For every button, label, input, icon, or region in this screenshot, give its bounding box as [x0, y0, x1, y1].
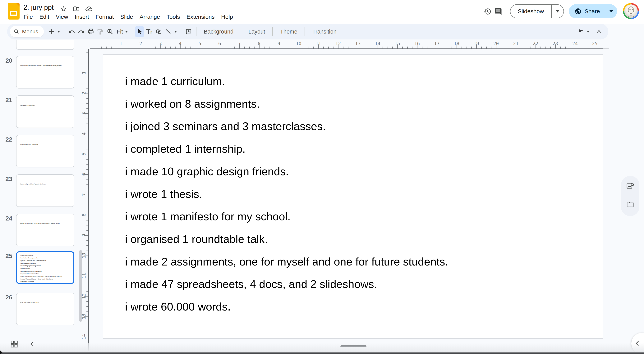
transition-button[interactable]: Transition [308, 28, 341, 35]
theme-button[interactable]: Theme [276, 28, 302, 35]
slide-thumbnail[interactable]: i shaped my education. [16, 95, 74, 128]
ruler-tick [84, 174, 88, 175]
slide-thumbnail[interactable]: now, i will show you my folder. [16, 293, 74, 325]
thumbnail-mini-lines: i made 1 curriculum.i worked on 8 assign… [20, 254, 72, 283]
document-title[interactable]: 2. jury ppt [24, 3, 54, 11]
slide-text-line: i made 2 assignments, one for myself and… [125, 250, 570, 273]
move-folder-icon[interactable] [72, 5, 80, 13]
menu-file[interactable]: File [20, 12, 36, 21]
chevron-up-icon [596, 28, 602, 35]
ruler-tick [417, 44, 418, 48]
slide-thumbnail-selected[interactable]: i made 1 curriculum.i worked on 8 assign… [16, 251, 74, 284]
insert-comment-button[interactable] [184, 26, 194, 37]
thumbnail-number: 22 [2, 136, 12, 143]
menu-edit[interactable]: Edit [36, 12, 52, 21]
ruler-tick [86, 210, 88, 210]
share-main[interactable]: Share [569, 4, 605, 18]
horizontal-ruler: 1234567891011121314151617181920212223242… [88, 41, 617, 49]
thumbnail-text-line: i joined 3 seminars and 3 masterclasses. [20, 259, 72, 262]
thumbnail-number: 24 [2, 215, 12, 222]
slide-text[interactable]: i made 1 curriculum.i worked on 8 assign… [125, 70, 570, 318]
ruler-tick [462, 46, 462, 48]
avatar[interactable] [623, 3, 639, 19]
chevron-down-icon [174, 31, 177, 32]
ruler-tick [86, 164, 88, 165]
new-slide-button[interactable] [46, 26, 56, 37]
layout-button[interactable]: Layout [244, 28, 270, 35]
print-button[interactable] [86, 26, 96, 37]
paint-format-button[interactable] [96, 26, 105, 37]
select-tool-button[interactable] [135, 26, 144, 37]
toolbar-divider [196, 27, 196, 36]
thumbnail-text-italic: master of graphic design. [44, 223, 60, 224]
ruler-tick [540, 46, 541, 48]
slideshow-caret[interactable] [552, 4, 564, 18]
ruler-tick [131, 46, 131, 48]
ruler-tick [412, 46, 412, 48]
flag-pointer-icon [578, 28, 584, 35]
star-icon[interactable] [60, 5, 68, 13]
pointer-mode-button[interactable] [576, 26, 586, 37]
zoom-button[interactable] [105, 26, 115, 37]
slide-thumbnail[interactable]: by the end of today i might become a mas… [16, 214, 74, 246]
slide-thumbnail[interactable] [16, 40, 74, 50]
menu-view[interactable]: View [52, 12, 71, 21]
new-slide-caret[interactable] [56, 26, 61, 37]
hide-menus-button[interactable] [594, 26, 604, 37]
ruler-tick [136, 46, 136, 48]
ruler-tick [555, 44, 556, 48]
image-search-icon[interactable] [626, 182, 634, 190]
ruler-tick [244, 46, 245, 48]
share-caret[interactable] [605, 4, 617, 18]
thumbnail-text-line: i wrote 1 manifesto for my school. [20, 270, 72, 273]
menu-tools[interactable]: Tools [163, 12, 183, 21]
ruler-tick [86, 225, 88, 225]
redo-button[interactable] [76, 26, 86, 37]
slide-canvas[interactable]: i made 1 curriculum.i worked on 8 assign… [103, 54, 603, 339]
zoom-select-value[interactable]: Fit [115, 28, 124, 35]
slide-thumbnail[interactable]: i do not have an outcome. i have a docum… [16, 56, 74, 88]
ruler-tick [269, 46, 270, 48]
toolbar-divider [181, 27, 181, 36]
ruler-tick [86, 83, 88, 83]
ruler-tick [84, 317, 88, 317]
zoom-select-caret[interactable] [124, 26, 129, 37]
menu-help[interactable]: Help [218, 12, 236, 21]
cloud-saved-icon[interactable] [85, 5, 93, 13]
textbox-tool-button[interactable]: Tr [144, 26, 154, 37]
share-button[interactable]: Share [569, 4, 617, 18]
menu-insert[interactable]: Insert [72, 12, 92, 21]
ruler-tick [160, 44, 161, 48]
shape-tool-button[interactable] [154, 26, 164, 37]
ruler-tick [84, 256, 88, 256]
menu-arrange[interactable]: Arrange [136, 12, 163, 21]
title-icons [60, 5, 93, 13]
menu-format[interactable]: Format [92, 12, 117, 21]
menus-search[interactable]: Menus [10, 26, 44, 37]
ruler-tick [600, 46, 600, 48]
background-button[interactable]: Background [199, 28, 238, 35]
ruler-tick [530, 46, 531, 48]
thumbnail-text-line: i made 1 curriculum. [20, 254, 72, 257]
menu-extensions[interactable]: Extensions [183, 12, 218, 21]
share-label: Share [584, 8, 600, 14]
slides-logo[interactable] [8, 3, 20, 19]
comments-icon[interactable] [493, 6, 504, 17]
version-history-icon[interactable] [482, 6, 493, 17]
undo-button[interactable] [67, 26, 76, 37]
slideshow-button[interactable]: Slideshow [510, 4, 564, 18]
ruler-tick [546, 46, 546, 48]
thumbnail-number: 20 [2, 57, 12, 64]
folder-icon[interactable] [626, 200, 634, 208]
menu-slide[interactable]: Slide [117, 12, 136, 21]
line-tool-caret[interactable] [173, 26, 178, 37]
ruler-tick [86, 245, 88, 246]
line-tool-button[interactable] [164, 26, 173, 37]
pointer-mode-caret[interactable] [586, 26, 591, 37]
slide-thumbnail[interactable]: i am a self-proclaimed graphic designer. [16, 174, 74, 207]
ruler-tick [141, 44, 141, 48]
ruler-tick [215, 46, 215, 48]
ruler-tick [565, 46, 566, 48]
ruler-tick [86, 119, 88, 119]
slide-thumbnail[interactable]: i questioned post-academia. [16, 135, 74, 167]
